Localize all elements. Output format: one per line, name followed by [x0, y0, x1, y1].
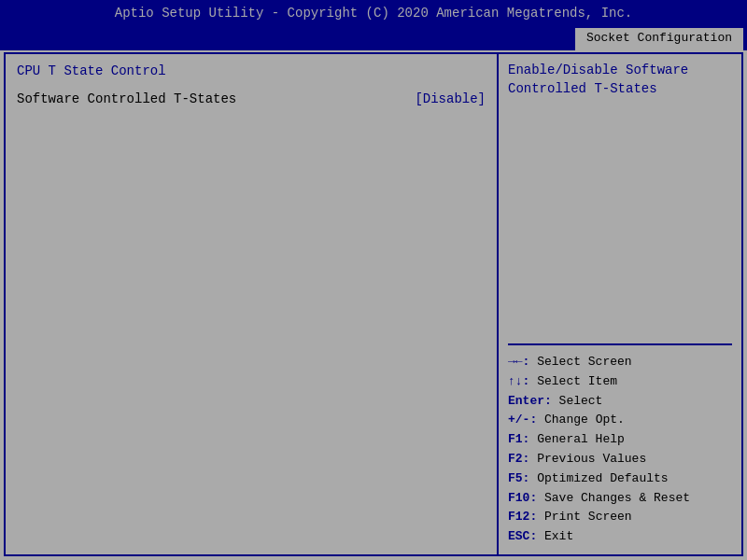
- config-items: Software Controlled T-States[Disable]: [17, 91, 486, 106]
- config-label: Software Controlled T-States: [17, 91, 415, 106]
- key-help-line: Enter: Select: [508, 392, 732, 412]
- key-description: Optimized Defaults: [529, 471, 668, 485]
- key-description: Save Changes & Reset: [537, 491, 690, 505]
- key-shortcut: F10:: [508, 491, 537, 505]
- key-help-line: ESC: Exit: [508, 527, 732, 547]
- key-shortcut: F5:: [508, 471, 529, 485]
- key-shortcut: →←:: [508, 355, 529, 369]
- key-help-line: F2: Previous Values: [508, 450, 732, 469]
- config-row[interactable]: Software Controlled T-States[Disable]: [17, 91, 486, 106]
- key-help-line: →←: Select Screen: [508, 353, 732, 372]
- key-help-line: F5: Optimized Defaults: [508, 469, 732, 489]
- config-value[interactable]: [Disable]: [415, 91, 486, 106]
- key-help-line: F10: Save Changes & Reset: [508, 489, 732, 509]
- key-description: Previous Values: [529, 452, 646, 466]
- left-panel: CPU T State Control Software Controlled …: [6, 54, 499, 554]
- divider: [508, 343, 732, 345]
- key-help-line: ↑↓: Select Item: [508, 372, 732, 392]
- key-description: Exit: [537, 529, 573, 543]
- help-text: Enable/Disable Software Controlled T-Sta…: [508, 62, 732, 98]
- key-description: Print Screen: [537, 510, 631, 524]
- key-help-section: →←: Select Screen↑↓: Select ItemEnter: S…: [508, 353, 732, 547]
- key-shortcut: F2:: [508, 452, 529, 466]
- tab-bar: Socket Configuration: [0, 26, 747, 50]
- section-title: CPU T State Control: [17, 63, 486, 78]
- key-description: Select: [552, 394, 603, 408]
- bios-screen: Aptio Setup Utility - Copyright (C) 2020…: [0, 0, 747, 560]
- main-content: CPU T State Control Software Controlled …: [4, 52, 743, 556]
- active-tab[interactable]: Socket Configuration: [575, 28, 743, 50]
- key-description: Select Screen: [529, 355, 631, 369]
- key-shortcut: ↑↓:: [508, 374, 529, 388]
- key-help-line: F12: Print Screen: [508, 508, 732, 527]
- key-shortcut: +/-:: [508, 413, 537, 427]
- title-text: Aptio Setup Utility - Copyright (C) 2020…: [115, 6, 633, 21]
- key-shortcut: ESC:: [508, 529, 537, 543]
- right-panel: Enable/Disable Software Controlled T-Sta…: [499, 54, 741, 554]
- key-shortcut: F12:: [508, 510, 537, 524]
- key-help-line: +/-: Change Opt.: [508, 411, 732, 430]
- key-shortcut: Enter:: [508, 394, 552, 408]
- key-shortcut: F1:: [508, 432, 529, 446]
- key-help-line: F1: General Help: [508, 430, 732, 450]
- title-bar: Aptio Setup Utility - Copyright (C) 2020…: [0, 0, 747, 26]
- key-description: Change Opt.: [537, 413, 625, 427]
- key-description: General Help: [529, 432, 624, 446]
- key-description: Select Item: [529, 374, 617, 388]
